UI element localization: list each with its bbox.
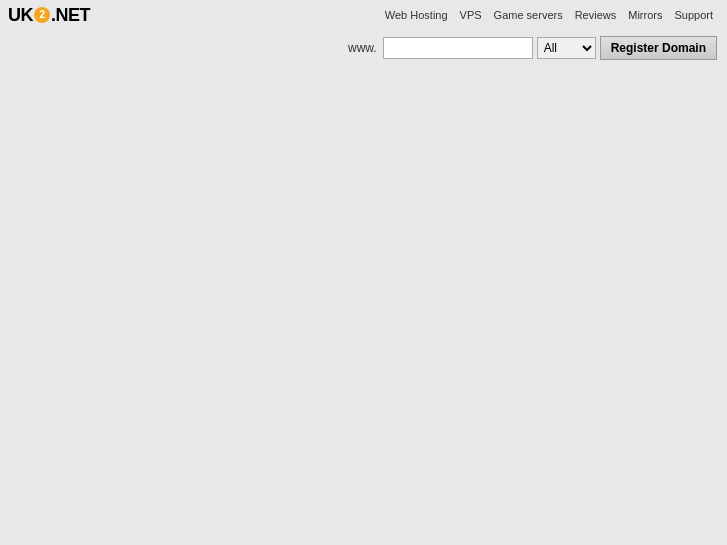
logo-uk: UK <box>8 6 33 24</box>
tld-select[interactable]: All .com .net .org .co.uk .uk <box>537 37 596 59</box>
nav-web-hosting[interactable]: Web Hosting <box>381 9 452 21</box>
www-label: www. <box>348 41 377 55</box>
nav-support[interactable]: Support <box>670 9 717 21</box>
register-domain-button[interactable]: Register Domain <box>600 36 717 60</box>
domain-input[interactable] <box>383 37 533 59</box>
site-logo[interactable]: UK2.NET <box>8 6 90 24</box>
nav-mirrors[interactable]: Mirrors <box>624 9 666 21</box>
logo-net: .NET <box>51 6 90 24</box>
nav-reviews[interactable]: Reviews <box>571 9 621 21</box>
main-nav: Web Hosting VPS Game servers Reviews Mir… <box>381 9 717 21</box>
domain-search-bar: www. All .com .net .org .co.uk .uk Regis… <box>0 28 727 68</box>
nav-vps[interactable]: VPS <box>456 9 486 21</box>
logo-circle-icon: 2 <box>34 7 50 23</box>
nav-game-servers[interactable]: Game servers <box>490 9 567 21</box>
main-content-area <box>0 68 727 533</box>
